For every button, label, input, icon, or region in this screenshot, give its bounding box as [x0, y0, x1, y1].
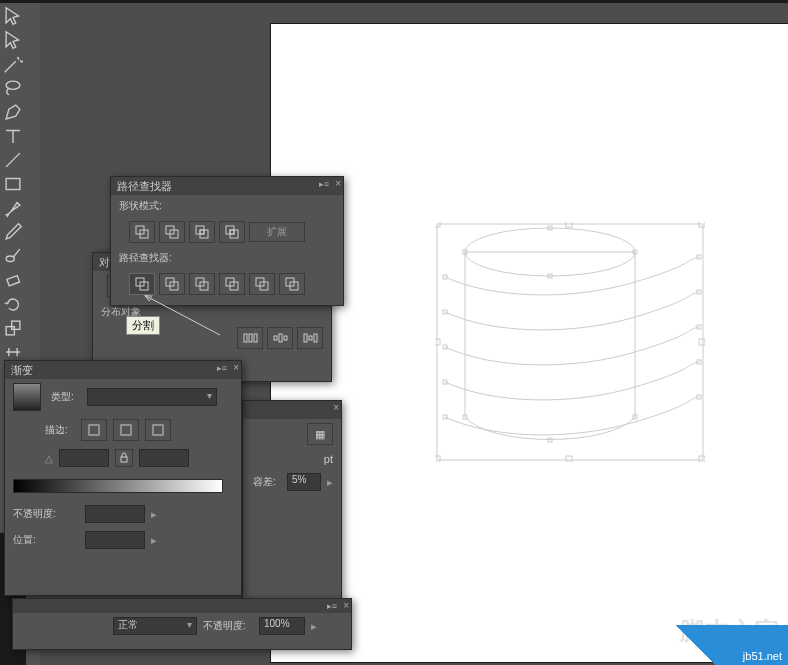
panel-menu-icon[interactable]: ▸≡ [319, 179, 329, 189]
svg-rect-13 [437, 224, 703, 460]
position-label: 位置: [13, 533, 79, 547]
direct-selection-tool[interactable] [2, 29, 24, 51]
pathfinder-title: 路径查找器 [117, 179, 172, 194]
angle-field[interactable] [59, 449, 109, 467]
svg-rect-20 [566, 456, 572, 462]
pathfinders-label: 路径查找器: [119, 251, 185, 265]
svg-rect-69 [244, 334, 247, 342]
distribute-h-left[interactable] [237, 327, 263, 349]
stroke-label: 描边: [45, 423, 75, 437]
svg-rect-1 [6, 179, 20, 190]
svg-rect-18 [699, 339, 705, 345]
gradient-panel[interactable]: 渐变 ▸≡ × 类型: 描边: △ 不透明度: ▸ 位置: ▸ [4, 360, 242, 596]
transparency-panel[interactable]: ▸≡ × 正常 不透明度: 100% ▸ [12, 598, 352, 650]
close-icon[interactable]: × [343, 600, 349, 611]
opacity-field[interactable]: 100% [259, 617, 305, 635]
svg-rect-70 [249, 334, 252, 342]
artwork-selection[interactable] [435, 222, 705, 462]
bg-icon-1[interactable]: ▦ [307, 423, 333, 445]
svg-rect-80 [153, 425, 163, 435]
pathfinder-outline[interactable] [249, 273, 275, 295]
type-tool[interactable] [2, 125, 24, 147]
blob-brush-tool[interactable] [2, 245, 24, 267]
svg-rect-75 [304, 334, 307, 342]
expand-button[interactable]: 扩展 [249, 222, 305, 242]
blend-mode-select[interactable]: 正常 [113, 617, 197, 635]
panel-tab-transparency[interactable]: ▸≡ × [13, 599, 351, 613]
svg-rect-52 [230, 230, 234, 234]
panel-menu-icon[interactable]: ▸≡ [217, 363, 227, 373]
opacity-label-2: 不透明度: [203, 619, 253, 633]
svg-rect-3 [7, 276, 20, 286]
align-tab-label: 对 [99, 255, 110, 270]
svg-rect-77 [314, 334, 317, 342]
stroke-grad-within[interactable] [81, 419, 107, 441]
opacity-label: 不透明度: [13, 507, 79, 521]
tolerance-field[interactable]: 5% [287, 473, 321, 491]
panel-menu-icon[interactable]: ▸≡ [327, 601, 337, 611]
rectangle-tool[interactable] [2, 173, 24, 195]
svg-rect-21 [699, 456, 705, 462]
aspect-lock[interactable] [115, 449, 133, 467]
distribute-h-center[interactable] [267, 327, 293, 349]
type-label: 类型: [51, 390, 81, 404]
line-tool[interactable] [2, 149, 24, 171]
stroke-grad-across[interactable] [145, 419, 171, 441]
stop-opacity-field[interactable] [85, 505, 145, 523]
rotate-tool[interactable] [2, 293, 24, 315]
gradient-ramp[interactable] [13, 479, 223, 493]
gradient-title: 渐变 [11, 363, 33, 378]
svg-rect-81 [121, 457, 127, 462]
lasso-tool[interactable] [2, 77, 24, 99]
close-icon[interactable]: × [333, 402, 339, 413]
distribute-h-right[interactable] [297, 327, 323, 349]
pencil-tool[interactable] [2, 221, 24, 243]
shape-mode-unite[interactable] [129, 221, 155, 243]
pathfinder-panel[interactable]: 路径查找器 ▸≡ × 形状模式: 扩展 路径查找器: [110, 176, 344, 306]
close-icon[interactable]: × [335, 178, 341, 189]
svg-rect-71 [254, 334, 257, 342]
bg-unit: pt [324, 453, 333, 465]
shape-modes-label: 形状模式: [119, 199, 185, 213]
eraser-tool[interactable] [2, 269, 24, 291]
shape-mode-minus-front[interactable] [159, 221, 185, 243]
svg-rect-5 [12, 321, 20, 329]
magic-wand-tool[interactable] [2, 53, 24, 75]
watermark-banner: jb51.net [668, 625, 788, 665]
close-icon[interactable]: × [233, 362, 239, 373]
selection-tool[interactable] [2, 5, 24, 27]
pen-tool[interactable] [2, 101, 24, 123]
shape-mode-intersect[interactable] [189, 221, 215, 243]
background-panel[interactable]: × ▦ pt 容差: 5% ▸ [242, 400, 342, 600]
gradient-type-select[interactable] [87, 388, 217, 406]
paintbrush-tool[interactable] [2, 197, 24, 219]
svg-rect-78 [89, 425, 99, 435]
stroke-grad-along[interactable] [113, 419, 139, 441]
svg-rect-49 [200, 230, 204, 234]
svg-rect-76 [309, 336, 312, 340]
tooltip-divide: 分割 [126, 316, 160, 335]
panel-tab-pathfinder[interactable]: 路径查找器 ▸≡ × [111, 177, 343, 195]
svg-rect-72 [274, 336, 277, 340]
shape-mode-exclude[interactable] [219, 221, 245, 243]
svg-rect-74 [284, 336, 287, 340]
pathfinder-minus-back[interactable] [279, 273, 305, 295]
panel-tab-bg[interactable]: × [243, 401, 341, 419]
tolerance-label: 容差: [253, 475, 281, 489]
svg-rect-4 [6, 327, 14, 335]
svg-rect-79 [121, 425, 131, 435]
gradient-swatch[interactable] [13, 383, 41, 411]
panel-tab-gradient[interactable]: 渐变 ▸≡ × [5, 361, 241, 379]
stop-position-field[interactable] [85, 531, 145, 549]
aspect-field[interactable] [139, 449, 189, 467]
svg-rect-73 [279, 334, 282, 342]
scale-tool[interactable] [2, 317, 24, 339]
